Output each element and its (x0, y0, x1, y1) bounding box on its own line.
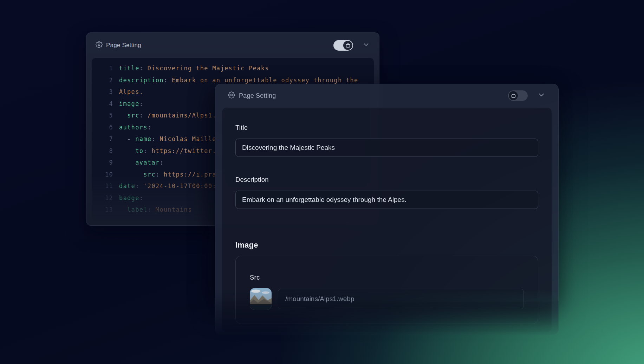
image-settings-card: Src (235, 256, 538, 324)
line-number: 13 (101, 204, 113, 216)
code-text: - name: Nicolas Maillet (119, 133, 220, 145)
code-text: title: Discovering the Majestic Peaks (119, 63, 269, 75)
code-text: Alpes. (119, 86, 143, 98)
src-row (250, 288, 524, 310)
page-setting-form-panel: Page Setting Title Description Image Src (215, 84, 559, 335)
code-text: label: Mountains (119, 204, 192, 216)
code-view-toggle[interactable] (508, 90, 528, 101)
code-text: authors: (119, 122, 151, 134)
mountain-photo-thumbnail[interactable] (250, 288, 272, 310)
line-number: 12 (101, 192, 113, 204)
code-text: src: /mountains/Alps1.w (119, 110, 220, 122)
page-setting-form: Title Description Image Src (222, 107, 552, 332)
line-number: 2 (101, 75, 113, 87)
line-number: 11 (101, 180, 113, 192)
description-input[interactable] (235, 191, 538, 209)
panel-title: Page Setting (106, 42, 141, 49)
toggle-knob (343, 41, 352, 50)
line-number: 1 (101, 63, 113, 75)
line-number: 3 (101, 86, 113, 98)
description-field-label: Description (235, 176, 538, 184)
line-number: 6 (101, 122, 113, 134)
code-text: image: (119, 98, 143, 110)
chevron-down-icon[interactable] (537, 91, 546, 101)
code-text: src: https://i.prav (119, 169, 220, 181)
title-input[interactable] (235, 139, 538, 157)
line-number: 8 (101, 145, 113, 157)
title-field-label: Title (235, 124, 538, 132)
code-text: badge: (119, 192, 143, 204)
line-number: 10 (101, 169, 113, 181)
code-panel-header: Page Setting (86, 33, 379, 58)
panel-title: Page Setting (239, 92, 276, 100)
line-number: 7 (101, 133, 113, 145)
code-editor-icon (511, 93, 516, 98)
toggle-knob (509, 91, 518, 100)
code-editor-icon (345, 43, 351, 48)
image-section-title: Image (235, 241, 538, 250)
gear-icon (228, 91, 235, 100)
screen: Page Setting 1title: Discovering the Maj… (0, 0, 644, 364)
image-src-input[interactable] (278, 289, 524, 309)
code-text: avatar: (119, 157, 164, 169)
code-text: to: https://twitter.c (119, 145, 220, 157)
code-line: 1title: Discovering the Majestic Peaks (101, 63, 370, 75)
chevron-down-icon[interactable] (362, 41, 370, 50)
code-view-toggle[interactable] (333, 40, 353, 51)
line-number: 5 (101, 110, 113, 122)
line-number: 4 (101, 98, 113, 110)
gear-icon (96, 41, 103, 50)
code-text: date: '2024-10-17T00:00:0 (119, 180, 220, 192)
line-number: 9 (101, 157, 113, 169)
src-field-label: Src (250, 274, 524, 281)
form-panel-header: Page Setting (215, 84, 558, 107)
